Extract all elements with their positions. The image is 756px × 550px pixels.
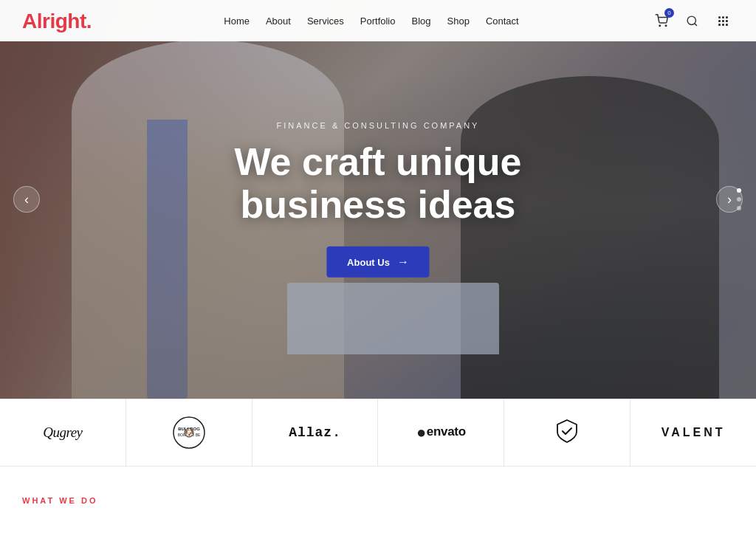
svg-rect-5 (723, 16, 725, 18)
cart-icon[interactable]: 0 (651, 10, 672, 31)
nav-item-contact[interactable]: Contact (486, 14, 519, 27)
nav-item-portfolio[interactable]: Portfolio (360, 14, 396, 27)
shield-brand-logo (554, 419, 580, 447)
hero-section: Finance & Consulting Company We craft un… (0, 0, 756, 399)
hero-title-line1: We craft unique (234, 140, 521, 183)
svg-text:🐶: 🐶 (185, 428, 194, 438)
svg-rect-7 (719, 20, 721, 22)
nav-item-blog[interactable]: Blog (412, 14, 431, 27)
logo-dot: . (86, 10, 92, 32)
hero-dot-1[interactable] (737, 188, 741, 193)
svg-point-1 (665, 25, 667, 27)
svg-rect-8 (723, 20, 725, 22)
hero-cta-label: About Us (347, 257, 390, 268)
cart-badge: 0 (664, 8, 674, 18)
hero-cta-button[interactable]: About Us → (326, 247, 430, 278)
svg-rect-10 (719, 24, 721, 26)
hero-content: Finance & Consulting Company We craft un… (234, 121, 521, 278)
hero-dot-3[interactable] (737, 206, 741, 210)
svg-rect-6 (726, 16, 729, 18)
what-we-do-section: What We Do (0, 467, 756, 520)
main-nav: Home About Services Portfolio Blog Shop … (224, 14, 518, 27)
circle-brand-logo: BULLDOG BORN TO BE 🐶 (172, 416, 206, 450)
envato-logo-text: ●envato (416, 423, 466, 442)
hero-dot-2[interactable] (737, 197, 741, 202)
valent-logo-text: VALENT (662, 426, 726, 439)
search-icon[interactable] (682, 10, 703, 31)
arrow-icon: → (397, 255, 409, 269)
svg-point-0 (659, 25, 661, 27)
logo-item-qugrey: Qugrey (0, 399, 126, 466)
svg-rect-9 (726, 20, 729, 22)
header: Alright. Home About Services Portfolio B… (0, 0, 756, 41)
nav-list: Home About Services Portfolio Blog Shop … (224, 14, 518, 27)
svg-rect-12 (726, 24, 729, 26)
nav-item-shop[interactable]: Shop (447, 14, 470, 27)
qugrey-logo-text: Qugrey (43, 424, 82, 441)
hero-dots (737, 188, 741, 210)
logo-item-envato: ●envato (378, 399, 504, 466)
hero-title-line2: business ideas (241, 183, 516, 226)
hero-prev-button[interactable]: ‹ (13, 186, 40, 213)
hero-laptop (287, 283, 499, 354)
logos-section: Qugrey BULLDOG BORN TO BE 🐶 Allaz. ●enva… (0, 399, 756, 467)
grid-icon[interactable] (713, 10, 734, 31)
logo-item-circle: BULLDOG BORN TO BE 🐶 (126, 399, 252, 466)
hero-subtitle: Finance & Consulting Company (234, 121, 521, 130)
allaz-logo-text: Allaz. (289, 425, 341, 440)
nav-item-home[interactable]: Home (224, 14, 250, 27)
logo-item-valent: VALENT (630, 399, 756, 466)
section-label: What We Do (22, 496, 734, 505)
nav-item-about[interactable]: About (266, 14, 291, 27)
shield-logo-svg (554, 419, 580, 444)
header-icons: 0 (651, 10, 734, 31)
nav-item-services[interactable]: Services (307, 14, 344, 27)
svg-line-3 (695, 23, 697, 25)
logo-item-allaz: Allaz. (252, 399, 379, 466)
logo[interactable]: Alright. (22, 11, 92, 30)
circle-brand-svg: BULLDOG BORN TO BE 🐶 (172, 416, 206, 450)
svg-rect-11 (723, 24, 725, 26)
svg-point-2 (688, 16, 696, 24)
svg-rect-4 (719, 16, 721, 18)
logo-text: Alright (22, 10, 86, 32)
logo-item-shield (504, 399, 630, 466)
hero-title: We craft unique business ideas (234, 140, 521, 226)
